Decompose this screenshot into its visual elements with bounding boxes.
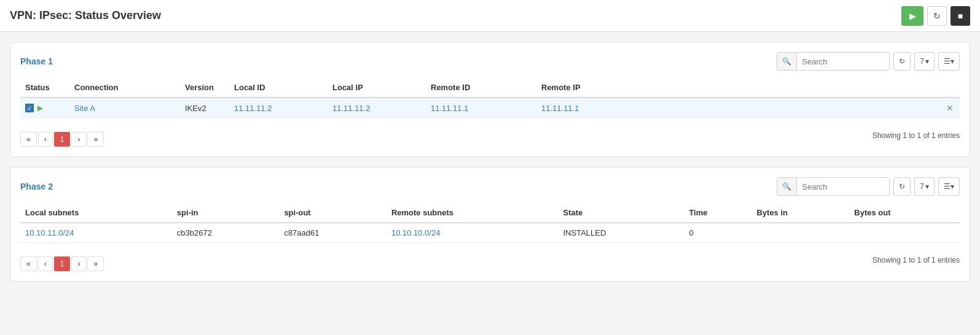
phase1-remoteip-cell: 11.11.11.1 [536,98,941,118]
page-header: VPN: IPsec: Status Overview ↻ [0,0,980,32]
phase2-prev-btn[interactable]: ‹ [38,256,53,271]
phase1-col-connection: Connection [69,78,180,98]
phase1-current-btn[interactable]: 1 [54,132,71,147]
phase2-time-cell: 0 [684,223,751,243]
phase2-state-cell: INSTALLED [559,223,684,243]
phase2-perpage-btn[interactable]: 7 ▾ [914,177,935,196]
phase2-next-btn[interactable]: › [71,256,86,271]
phase2-entries-info: Showing 1 to 1 of 1 entries [872,256,960,264]
phase1-next-btn[interactable]: › [71,132,86,147]
play-button[interactable] [901,6,923,26]
content: Phase 1 🔍 ↻ 7 ▾ ☰▾ Status Connection [0,32,980,291]
phase2-title: Phase 2 [20,182,53,191]
phase1-active-icon: ▶ [37,104,43,112]
phase1-version-cell: IKEv2 [180,98,229,118]
phase2-spiin-cell: cb3b2672 [172,223,280,243]
phase2-last-btn[interactable]: » [87,256,104,271]
phase1-remoteid-cell: 11.11.11.1 [426,98,536,118]
phase1-panel: Phase 1 🔍 ↻ 7 ▾ ☰▾ Status Connection [10,42,970,157]
phase2-col-bytesin: Bytes in [751,203,849,223]
phase2-header: Phase 2 🔍 ↻ 7 ▾ ☰▾ [20,177,960,196]
phase1-col-localid: Local ID [229,78,327,98]
phase2-search-icon-btn[interactable]: 🔍 [777,178,797,195]
phase2-col-spiin: spi-in [172,203,280,223]
phase1-search-icon-btn[interactable]: 🔍 [777,53,797,70]
phase1-search-input[interactable] [797,53,889,70]
phase1-entries-info: Showing 1 to 1 of 1 entries [872,131,960,140]
phase2-bytesout-cell [849,223,960,243]
phase1-title: Phase 1 [20,56,53,66]
phase2-col-state: State [559,203,684,223]
phase1-first-btn[interactable]: « [20,132,37,147]
phase1-localip-cell: 11.11.11.2 [327,98,426,118]
phase1-localid-cell: 11.11.11.2 [229,98,327,118]
phase2-search-box: 🔍 [777,177,890,196]
phase2-table: Local subnets spi-in spi-out Remote subn… [20,203,960,243]
phase1-col-version: Version [180,78,229,98]
phase2-col-remotesubnets: Remote subnets [386,203,559,223]
phase2-col-spiout: spi-out [279,203,386,223]
page-title: VPN: IPsec: Status Overview [10,9,161,22]
phase1-status-cell: ✓ ▶ [20,98,69,118]
phase1-connection-cell[interactable]: Site A [69,98,180,118]
phase2-panel: Phase 2 🔍 ↻ 7 ▾ ☰▾ Local subnets spi-in [10,167,970,282]
phase1-search-box: 🔍 [777,52,890,71]
phase1-controls: 🔍 ↻ 7 ▾ ☰▾ [777,52,960,71]
phase1-last-btn[interactable]: » [87,132,104,147]
phase2-refresh-btn[interactable]: ↻ [893,177,911,196]
phase2-current-btn[interactable]: 1 [54,256,71,271]
phase2-localsubnets-cell: 10.10.11.0/24 [20,223,172,243]
stop-button[interactable] [951,6,970,26]
phase1-col-remoteid: Remote ID [426,78,536,98]
phase1-refresh-btn[interactable]: ↻ [893,52,911,71]
phase2-columns-btn[interactable]: ☰▾ [938,177,960,196]
phase2-controls: 🔍 ↻ 7 ▾ ☰▾ [777,177,960,196]
phase2-pagination: « ‹ 1 › » [20,256,104,271]
phase1-checkbox[interactable]: ✓ [25,104,34,112]
phase2-search-input[interactable] [797,178,889,195]
phase1-delete-cell: ✕ [941,98,960,118]
phase1-delete-btn[interactable]: ✕ [946,103,954,113]
phase2-col-localsubnets: Local subnets [20,203,172,223]
phase2-col-bytesout: Bytes out [849,203,960,223]
phase1-col-localip: Local IP [327,78,426,98]
phase2-spiout-cell: c87aad61 [279,223,386,243]
header-actions: ↻ [901,6,970,26]
phase2-first-btn[interactable]: « [20,256,37,271]
phase1-table-row: ✓ ▶ Site A IKEv2 11.11.11.2 11.11.11.2 1… [20,98,960,118]
phase1-prev-btn[interactable]: ‹ [38,132,53,147]
phase1-col-status: Status [20,78,69,98]
phase1-perpage-btn[interactable]: 7 ▾ [914,52,935,71]
phase1-pagination: « ‹ 1 › » [20,132,104,147]
phase1-columns-btn[interactable]: ☰▾ [938,52,960,71]
phase1-table: Status Connection Version Local ID Local… [20,78,960,118]
phase2-bytesin-cell [751,223,849,243]
refresh-button[interactable]: ↻ [927,6,947,26]
phase2-col-time: Time [684,203,751,223]
phase1-header: Phase 1 🔍 ↻ 7 ▾ ☰▾ [20,52,960,71]
phase2-table-row: 10.10.11.0/24 cb3b2672 c87aad61 10.10.10… [20,223,960,243]
phase2-remotesubnets-cell: 10.10.10.0/24 [386,223,559,243]
phase1-col-remoteip: Remote IP [536,78,941,98]
